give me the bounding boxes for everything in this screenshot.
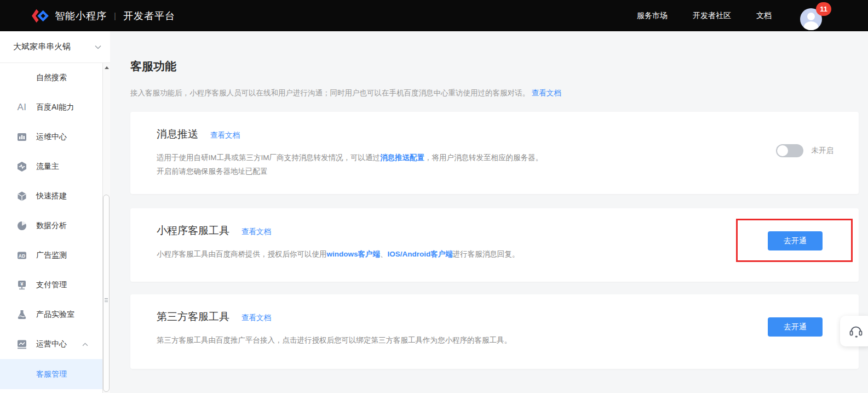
card-title: 第三方客服工具 — [157, 310, 229, 324]
intro-text: 接入客服功能后，小程序客服人员可以在线和用户进行沟通；同时用户也可以在手机百度消… — [130, 89, 530, 97]
sidebar-subitem-customer-service[interactable]: 客服管理 — [0, 359, 102, 389]
svg-text:AD: AD — [19, 253, 25, 259]
card-miniprogram-cs-tool: 小程序客服工具 查看文档 小程序客服工具由百度商桥提供，授权后你可以使用wind… — [130, 208, 859, 282]
smart-program-logo-icon — [31, 8, 49, 24]
sidebar: 大斌家串串火锅 自然搜索 AI 百度AI能力 运维中心 — [0, 31, 110, 393]
hexagon-pulse-icon — [16, 161, 27, 172]
trend-chart-icon — [16, 339, 27, 350]
pie-chart-icon — [16, 220, 27, 231]
notification-badge: 11 — [816, 2, 831, 16]
sidebar-item-data-analysis[interactable]: 数据分析 — [0, 211, 102, 241]
app-name: 大斌家串串火锅 — [13, 42, 95, 52]
svg-text:¥: ¥ — [20, 281, 24, 287]
windows-client-link[interactable]: windows客户端 — [327, 250, 381, 258]
top-header: 智能小程序 | 开发者平台 服务市场 开发者社区 文档 11 — [0, 0, 868, 31]
card-message-push: 消息推送 查看文档 适用于使用自研IM工具或第三方IM厂商支持消息转发情况，可以… — [130, 112, 859, 194]
chevron-up-icon — [82, 343, 88, 346]
card-thirdparty-cs-tool: 第三方客服工具 查看文档 第三方客服工具由百度推广平台接入，点击进行授权后您可以… — [130, 294, 859, 369]
cube-icon — [16, 191, 27, 202]
sidebar-menu: 自然搜索 AI 百度AI能力 运维中心 — [0, 63, 102, 389]
logo[interactable]: 智能小程序 | 开发者平台 — [31, 8, 175, 24]
card-description: 小程序客服工具由百度商桥提供，授权后你可以使用windows客户端、IOS/An… — [157, 247, 832, 261]
app-selector[interactable]: 大斌家串串火锅 — [0, 31, 110, 63]
sidebar-item-baidu-ai[interactable]: AI 百度AI能力 — [0, 93, 102, 122]
scrollbar-arrow-up-icon[interactable] — [105, 66, 109, 69]
card-title: 消息推送 — [157, 127, 198, 141]
support-float-button[interactable] — [840, 316, 868, 346]
doc-link[interactable]: 查看文档 — [210, 130, 240, 140]
sidebar-scrollbar[interactable] — [102, 63, 110, 393]
page-title: 客服功能 — [130, 59, 859, 74]
toggle-status-label: 未开启 — [812, 146, 834, 156]
sidebar-item-traffic-owner[interactable]: 流量主 — [0, 152, 102, 181]
sidebar-item-ops-center[interactable]: 运维中心 — [0, 122, 102, 152]
toggle-knob — [777, 145, 788, 156]
card-description: 适用于使用自研IM工具或第三方IM厂商支持消息转发情况，可以通过消息推送配置，将… — [157, 151, 832, 178]
sidebar-item-quick-build[interactable]: 快速搭建 — [0, 181, 102, 211]
sidebar-item-natural-search[interactable]: 自然搜索 — [0, 63, 102, 93]
sidebar-item-operation-center[interactable]: 运营中心 — [0, 329, 102, 359]
user-avatar[interactable]: 11 — [800, 8, 822, 30]
flask-icon — [16, 309, 27, 320]
activate-button[interactable]: 去开通 — [768, 231, 823, 250]
page-intro: 接入客服功能后，小程序客服人员可以在线和用户进行沟通；同时用户也可以在手机百度消… — [130, 88, 859, 98]
sidebar-item-payment[interactable]: ¥ 支付管理 — [0, 270, 102, 300]
activate-button[interactable]: 去开通 — [768, 317, 823, 337]
ios-android-client-link[interactable]: IOS/Android客户端 — [388, 250, 453, 258]
header-nav: 服务市场 开发者社区 文档 11 — [612, 2, 822, 30]
intro-doc-link[interactable]: 查看文档 — [532, 89, 561, 97]
scrollbar-grip — [105, 298, 108, 303]
ad-badge-icon: AD — [16, 250, 27, 261]
card-description-line2: 开启前请您确保服务器地址已配置 — [157, 167, 268, 175]
yuan-sign-icon: ¥ — [16, 280, 27, 291]
chevron-down-icon — [95, 45, 101, 49]
nav-docs[interactable]: 文档 — [756, 11, 772, 21]
message-push-config-link[interactable]: 消息推送配置 — [380, 153, 424, 162]
doc-link[interactable]: 查看文档 — [242, 227, 271, 237]
scrollbar-thumb[interactable] — [103, 195, 110, 392]
logo-subtitle: 开发者平台 — [123, 9, 175, 22]
logo-divider: | — [114, 11, 116, 20]
nav-developer-community[interactable]: 开发者社区 — [693, 11, 731, 21]
ai-icon: AI — [16, 102, 27, 113]
sidebar-item-product-lab[interactable]: 产品实验室 — [0, 300, 102, 329]
card-title: 小程序客服工具 — [157, 224, 229, 238]
bar-chart-icon — [16, 132, 27, 143]
headset-icon — [848, 323, 864, 339]
message-push-toggle[interactable] — [776, 144, 803, 157]
sidebar-item-ad-monitor[interactable]: AD 广告监测 — [0, 241, 102, 270]
logo-title: 智能小程序 — [55, 9, 107, 22]
doc-link[interactable]: 查看文档 — [242, 313, 271, 323]
card-description: 第三方客服工具由百度推广平台接入，点击进行授权后您可以绑定第三方客服工具作为您小… — [157, 333, 832, 347]
main-content: 客服功能 接入客服功能后，小程序客服人员可以在线和用户进行沟通；同时用户也可以在… — [110, 31, 868, 393]
nav-service-market[interactable]: 服务市场 — [637, 11, 668, 21]
